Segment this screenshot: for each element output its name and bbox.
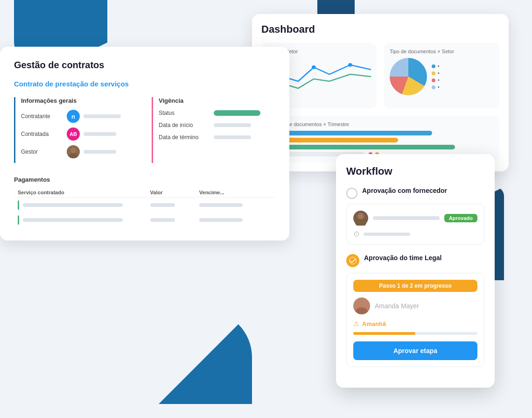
svg-point-8: [356, 307, 368, 314]
contract-card: Gestão de contratos Contrato de prestaçã…: [0, 47, 289, 241]
contratada-bar: [84, 132, 116, 136]
svg-point-0: [312, 65, 316, 69]
data-inicio-bar: [214, 123, 251, 127]
progress-bar-container: [353, 332, 477, 335]
amanha-text: Amanhã: [362, 320, 386, 327]
legend-dot-1: [432, 64, 435, 68]
bar-rows: [267, 131, 494, 156]
legend-item-3: •: [432, 78, 440, 83]
contract-card-title: Gestão de contratos: [14, 60, 275, 71]
amanda-name: Amanda Mayer: [375, 302, 419, 310]
contratante-label: Contratante: [21, 113, 63, 120]
workflow-title: Workflow: [346, 165, 484, 177]
pie-legend: • • • •: [432, 64, 440, 90]
status-bar: [214, 110, 260, 116]
step2-icon: [346, 254, 359, 267]
bar-fill-1: [273, 131, 432, 135]
svg-point-5: [355, 219, 366, 226]
step1-user-row: Aprovado: [353, 211, 477, 226]
legend-dot-3: [432, 78, 435, 82]
status-row: Status: [159, 110, 275, 116]
step1-title: Aprovação com fornecedor: [362, 187, 447, 194]
workflow-step-2: Aprovação do time Legal Passo 1 de 2 em …: [346, 254, 484, 367]
progress-banner: Passo 1 de 2 em progresso: [353, 280, 477, 292]
contratada-avatar: AB: [67, 128, 80, 141]
status-label: Status: [159, 110, 210, 116]
svg-point-4: [357, 213, 364, 220]
workflow-card: Workflow Aprovação com fornecedor Aprova…: [336, 154, 495, 388]
gestor-label: Gestor: [21, 149, 63, 155]
row-bar-1: [23, 203, 123, 207]
svg-point-1: [348, 63, 352, 67]
step1-header: Aprovação com fornecedor: [346, 187, 484, 199]
svg-point-2: [70, 148, 76, 153]
contratante-row: Contratante n: [21, 110, 138, 123]
amanda-row: Amanda Mayer: [353, 298, 477, 314]
pie-chart: [390, 58, 427, 95]
row-accent-1: [18, 200, 19, 210]
row-bar-venc-2: [199, 218, 243, 222]
data-inicio-row: Data de início: [159, 122, 275, 128]
contratada-label: Contratada: [21, 131, 63, 137]
data-termino-label: Data de término: [159, 134, 210, 141]
info-section-title: Informações gerais: [21, 97, 138, 104]
table-row: [14, 198, 275, 213]
warning-row: ⚠ Amanhã: [353, 320, 477, 327]
step1-time-row: ⏲: [353, 230, 477, 238]
row-bar-2: [23, 218, 123, 222]
step2-content: Passo 1 de 2 em progresso Amanda Mayer ⚠…: [346, 273, 484, 367]
bar-row-2: [267, 138, 494, 142]
dashboard-title: Dashboard: [261, 23, 499, 35]
col-servico: Serviço contratado: [14, 188, 147, 198]
gestor-avatar: [67, 145, 80, 158]
progress-bar-fill: [353, 332, 415, 335]
clock-icon: ⏲: [353, 230, 360, 238]
pie-chart-box: Tipo de documentos × Setor • • •: [384, 43, 499, 108]
pagamentos-title: Pagamentos: [14, 176, 275, 183]
row-bar-venc-1: [199, 203, 243, 207]
info-section: Informações gerais Contratante n Contrat…: [14, 97, 138, 163]
data-termino-bar: [214, 135, 251, 139]
step2-title: Aprovação do time Legal: [364, 254, 441, 262]
amanda-avatar: [353, 298, 370, 314]
data-termino-row: Data de término: [159, 134, 275, 141]
step1-time-bar: [364, 233, 410, 236]
step1-avatar: [353, 211, 368, 226]
legend-dot-4: [432, 85, 435, 89]
table-row: [14, 213, 275, 227]
row-accent-2: [18, 215, 19, 225]
pie-chart-container: • • • •: [390, 58, 494, 95]
legend-dot-2: [432, 71, 435, 75]
bar-chart-label: Número de documentos × Trimestre: [267, 121, 494, 127]
warning-icon: ⚠: [353, 320, 359, 327]
contratante-bar: [84, 114, 121, 118]
legend-item-2: •: [432, 71, 440, 76]
contratada-row: Contratada AB: [21, 128, 138, 141]
gestor-bar: [84, 150, 116, 154]
vigencia-section-title: Vigência: [159, 97, 275, 104]
step1-name-bar: [373, 216, 440, 220]
contratante-avatar: n: [67, 110, 80, 123]
gestor-row: Gestor: [21, 145, 138, 158]
decorative-shape-bottom-left: [159, 311, 252, 404]
data-inicio-label: Data de início: [159, 122, 210, 128]
row-bar-val-2: [150, 218, 175, 222]
workflow-step-1: Aprovação com fornecedor Aprovado ⏲: [346, 187, 484, 245]
dashboard-card: Dashboard prazo × Setor Tipo de document…: [252, 14, 509, 171]
step1-content: Aprovado ⏲: [346, 204, 484, 245]
col-vencimento: Vencime...: [196, 188, 275, 198]
svg-point-7: [358, 300, 365, 308]
aprovar-etapa-button[interactable]: Aprovar etapa: [353, 341, 477, 360]
bar-row-3: [267, 145, 494, 149]
legend-item-4: •: [432, 85, 440, 90]
progress-text: Passo 1 de 2 em progresso: [379, 283, 451, 289]
pagamentos-table: Serviço contratado Valor Vencime...: [14, 188, 275, 227]
pie-chart-label: Tipo de documentos × Setor: [390, 49, 494, 54]
pagamentos-section: Pagamentos Serviço contratado Valor Venc…: [14, 176, 275, 227]
vigencia-section: Vigência Status Data de início Data de t…: [152, 97, 275, 163]
bar-fill-2: [273, 138, 398, 142]
step1-badge: Aprovado: [444, 214, 477, 222]
contract-sections: Informações gerais Contratante n Contrat…: [14, 97, 275, 163]
bar-fill-3: [273, 145, 455, 149]
step2-header: Aprovação do time Legal: [346, 254, 484, 267]
